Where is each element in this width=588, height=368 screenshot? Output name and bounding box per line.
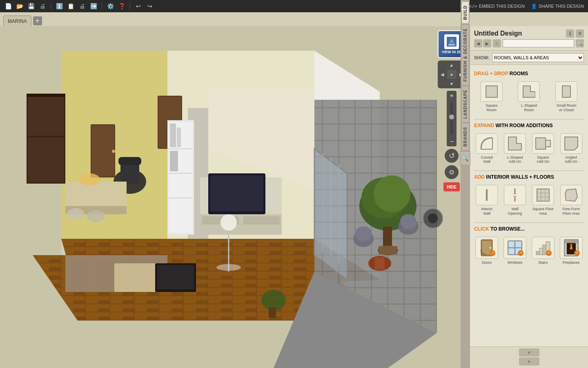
svg-rect-38 xyxy=(177,128,181,147)
tab-marina[interactable]: MARINA xyxy=(3,16,31,26)
panel-content: DRAG + DROP ROOMS SquareRoom L-S xyxy=(470,65,588,346)
tab-furnish[interactable]: FURNISH & DECORATE xyxy=(461,25,469,85)
angled-addon-label: AngledAdd-On xyxy=(565,155,577,164)
svg-rect-31 xyxy=(243,216,280,224)
interior-wall-shape xyxy=(486,189,488,201)
svg-rect-102 xyxy=(509,242,514,247)
nav-down-button[interactable]: ▼ xyxy=(447,79,456,88)
tab-build[interactable]: BUILD xyxy=(461,2,469,24)
export-icon[interactable]: ➡️ xyxy=(89,2,98,10)
item-angled-addon[interactable]: AngledAdd-On xyxy=(558,132,584,166)
l-shaped-addon-icon-box xyxy=(504,133,526,154)
interior-orange: ADD xyxy=(474,174,485,180)
canvas-area[interactable]: VIEW IN 2D ▲ ◀ ● ▶ ▼ + − xyxy=(0,26,470,368)
svg-rect-37 xyxy=(170,123,176,147)
rotate-button[interactable]: ↺ xyxy=(445,149,459,163)
item-wall-opening[interactable]: WallOpening xyxy=(502,183,528,218)
item-square-floor[interactable]: Square FloorArea xyxy=(530,183,556,218)
svg-rect-28 xyxy=(210,175,263,211)
collapse-up-button[interactable]: « xyxy=(519,348,539,357)
search-input[interactable] xyxy=(503,39,574,47)
section-interior-title: ADD INTERIOR WALLS + FLOORS xyxy=(474,174,584,180)
list-icon[interactable]: 📋 xyxy=(67,2,75,10)
item-freeform-floor[interactable]: Free-FormFloor Area xyxy=(558,183,584,218)
drag-drop-orange: DRAG + DROP xyxy=(474,71,508,76)
zoom-handle[interactable] xyxy=(449,114,454,119)
curved-wall-label: CurvedWall xyxy=(481,155,493,164)
share-button[interactable]: 👤 SHARE THIS DESIGN xyxy=(531,4,584,9)
item-l-shaped-room[interactable]: L-ShapedRoom xyxy=(512,80,547,114)
nav-up-button[interactable]: ▲ xyxy=(447,61,456,70)
svg-point-49 xyxy=(80,173,100,186)
nav-left-button[interactable]: ◀ xyxy=(438,70,447,79)
item-square-addon[interactable]: SquareAdd-On xyxy=(530,132,556,166)
item-doors[interactable]: ↗ Doors xyxy=(474,235,500,267)
item-l-shaped-addon[interactable]: L-ShapedAdd-On xyxy=(502,132,528,166)
show-select[interactable]: ROOMS, WALLS & AREAS FURNITURE BOTH xyxy=(492,53,584,62)
svg-marker-85 xyxy=(565,137,578,150)
new-file-icon[interactable]: 📄 xyxy=(4,2,12,10)
embed-button[interactable]: </> EMBED THIS DESIGN xyxy=(469,4,525,9)
svg-point-61 xyxy=(374,175,410,212)
undo-button[interactable]: ↩ xyxy=(134,2,143,10)
svg-point-115 xyxy=(570,244,572,246)
svg-marker-47 xyxy=(65,182,127,206)
home-button[interactable]: ⌂ xyxy=(493,39,501,47)
open-icon[interactable]: 📂 xyxy=(16,2,24,10)
square-floor-icon-box xyxy=(532,185,554,205)
item-windows[interactable]: ↗ Windows xyxy=(502,235,528,267)
item-stairs[interactable]: ↗ Stairs xyxy=(530,235,556,267)
svg-rect-55 xyxy=(157,265,194,289)
l-shaped-addon-shape xyxy=(508,136,522,151)
hide-button[interactable]: HIDE xyxy=(443,182,460,191)
svg-rect-72 xyxy=(269,307,276,318)
gear-settings-button[interactable]: ⚙ xyxy=(445,165,459,179)
divider-1 xyxy=(474,119,584,119)
square-addon-label: SquareAdd-On xyxy=(537,155,549,164)
view-2d-label: VIEW IN 2D xyxy=(442,50,462,54)
svg-rect-83 xyxy=(536,138,546,149)
browse-rest: TO BROWSE... xyxy=(490,226,525,232)
freeform-floor-label: Free-FormFloor Area xyxy=(562,207,580,216)
item-interior-wall[interactable]: InteriorWall xyxy=(474,183,500,218)
panel-title-row: Untitled Design ℹ ✕ xyxy=(474,29,584,38)
freeform-floor-icon-box xyxy=(560,185,582,205)
panel-close-button[interactable]: ✕ xyxy=(576,29,584,38)
redo-button[interactable]: ↪ xyxy=(146,2,154,10)
item-square-room[interactable]: SquareRoom xyxy=(474,80,509,114)
tab-search[interactable]: 🔍 xyxy=(460,151,470,165)
svg-rect-64 xyxy=(379,246,397,254)
search-button[interactable]: 🔍 xyxy=(576,39,584,47)
back-button[interactable]: ◀ xyxy=(474,39,482,47)
panel-info-button[interactable]: ℹ xyxy=(566,29,574,38)
panel-header: Untitled Design ℹ ✕ ◀ ▶ ⌂ 🔍 xyxy=(470,26,588,51)
stairs-label: Stairs xyxy=(538,260,548,265)
zoom-out-button[interactable]: − xyxy=(447,137,457,146)
save-icon[interactable]: 💾 xyxy=(27,2,35,10)
print2-icon[interactable]: 🖨 xyxy=(78,2,86,10)
collapse-down-button[interactable]: » xyxy=(519,357,539,366)
stairs-circle-icon: ↗ xyxy=(546,250,552,256)
item-small-room[interactable]: Small Roomor Closet xyxy=(549,80,584,114)
settings-icon[interactable]: ⚙️ xyxy=(106,2,114,10)
svg-marker-82 xyxy=(508,137,521,150)
print-icon[interactable]: 🖨 xyxy=(38,2,47,10)
expand-rest: WITH ROOM ADDITIONS xyxy=(495,123,552,128)
nav-center-button[interactable]: ● xyxy=(447,70,456,79)
forward-button[interactable]: ▶ xyxy=(483,39,491,47)
l-shaped-icon-box xyxy=(518,81,540,102)
tab-landscape[interactable]: LANDSCAPE xyxy=(461,86,469,122)
svg-rect-90 xyxy=(537,189,549,201)
item-curved-wall[interactable]: CurvedWall xyxy=(474,132,500,166)
zoom-in-button[interactable]: + xyxy=(447,91,457,101)
section-expand-title: EXPAND WITH ROOM ADDITIONS xyxy=(474,123,584,128)
item-fireplaces[interactable]: ↗ Fireplaces xyxy=(558,235,584,267)
add-tab-button[interactable]: + xyxy=(33,16,42,25)
info-icon[interactable]: ℹ️ xyxy=(55,2,63,10)
tab-brands[interactable]: BRANDS xyxy=(461,123,469,150)
sep1 xyxy=(51,2,51,10)
drag-drop-rest: ROOMS xyxy=(510,71,528,76)
help-icon[interactable]: ❓ xyxy=(118,2,126,10)
show-row: SHOW: ROOMS, WALLS & AREAS FURNITURE BOT… xyxy=(470,51,588,65)
svg-point-74 xyxy=(428,213,438,223)
